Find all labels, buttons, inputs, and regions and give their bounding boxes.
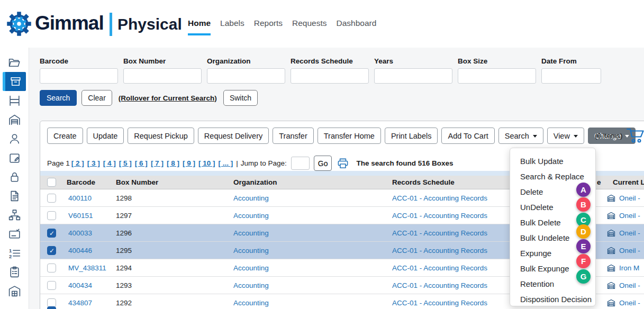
page-link-3[interactable]: [ 3 ] [87, 159, 100, 167]
request-pickup-button[interactable]: Request Pickup [128, 128, 194, 144]
sidebar-item-warehouse[interactable] [0, 281, 29, 301]
box-size-input[interactable] [458, 68, 536, 84]
page-link-9[interactable]: [ 9 ] [183, 159, 195, 167]
nav-dashboard[interactable]: Dashboard [337, 19, 377, 35]
column-barcode[interactable]: Barcode [67, 176, 95, 189]
create-button[interactable]: Create [47, 128, 83, 144]
organization-input[interactable] [207, 68, 285, 84]
switch-button[interactable]: Switch [223, 90, 258, 106]
rollover-current-search-link[interactable]: (Rollover for Current Search) [119, 94, 217, 102]
sidebar-item-boxes[interactable] [3, 72, 26, 91]
row-checkbox[interactable] [47, 229, 56, 238]
row-checkbox[interactable] [47, 211, 56, 220]
location-link[interactable]: Iron M [619, 259, 639, 277]
barcode-link[interactable]: 400110 [68, 189, 92, 207]
page-link-8[interactable]: [ 8 ] [167, 159, 179, 167]
location-link[interactable]: Oneil - [619, 189, 640, 207]
sidebar-item-requests[interactable] [0, 224, 29, 243]
nav-home[interactable]: Home [188, 19, 211, 35]
barcode-link[interactable]: 434807 [68, 294, 92, 309]
storage-unit-icon [607, 281, 615, 289]
organization-link[interactable]: Accounting [233, 277, 269, 294]
column-records-schedule[interactable]: Records Schedule [392, 176, 455, 189]
jump-to-page-input[interactable] [291, 157, 310, 170]
page-link-6[interactable]: [ 6 ] [135, 159, 148, 167]
go-button[interactable]: Go [314, 156, 332, 171]
view-dropdown-button[interactable]: View [547, 128, 584, 144]
box-number-input[interactable] [123, 68, 202, 84]
records-schedule-link[interactable]: ACC-01 - Accounting Records [392, 189, 487, 207]
records-schedule-link[interactable]: ACC-01 - Accounting Records [392, 224, 487, 242]
records-schedule-link[interactable]: ACC-01 - Accounting Records [392, 277, 487, 294]
organization-link[interactable]: Accounting [233, 259, 269, 277]
organization-link[interactable]: Accounting [233, 242, 269, 259]
row-checkbox[interactable] [47, 194, 56, 203]
select-all-checkbox[interactable] [47, 178, 56, 187]
page-link-4[interactable]: [ 4 ] [103, 159, 116, 167]
organization-link[interactable]: Accounting [233, 207, 269, 224]
organization-link[interactable]: Accounting [233, 294, 269, 309]
request-delivery-button[interactable]: Request Delivery [198, 128, 269, 144]
records-schedule-link[interactable]: ACC-01 - Accounting Records [392, 242, 487, 259]
print-labels-button[interactable]: Print Labels [385, 128, 438, 144]
menu-item-bulk-update[interactable]: Bulk Update [510, 153, 595, 169]
sidebar-item-folders[interactable] [0, 53, 29, 72]
update-button[interactable]: Update [87, 128, 124, 144]
sidebar-item-schedule[interactable] [0, 148, 29, 167]
page-link-5[interactable]: [ 5 ] [119, 159, 132, 167]
location-link[interactable]: Oneil - [619, 277, 640, 294]
barcode-link[interactable]: 400446 [68, 242, 92, 259]
row-checkbox[interactable] [47, 263, 56, 272]
records-schedule-link[interactable]: ACC-01 - Accounting Records [392, 259, 487, 277]
transfer-home-button[interactable]: Transfer Home [318, 128, 381, 144]
transfer-button[interactable]: Transfer [273, 128, 313, 144]
sidebar-item-security[interactable] [0, 167, 29, 186]
shopping-cart-icon[interactable] [626, 128, 644, 143]
page-link-more[interactable]: [ ... ] [218, 159, 233, 167]
date-from-input[interactable] [541, 68, 601, 84]
sidebar-item-storage[interactable] [0, 110, 29, 129]
nav-requests[interactable]: Requests [292, 19, 326, 35]
row-checkbox[interactable] [47, 281, 56, 290]
location-link[interactable]: Oneil - [619, 294, 640, 309]
sidebar-item-hierarchy[interactable] [0, 205, 29, 224]
column-current-location[interactable]: Current Lo [613, 176, 644, 189]
callout-badge-d: D [576, 224, 591, 239]
sidebar-item-reports[interactable] [0, 186, 29, 205]
records-schedule-link[interactable]: ACC-01 - Accounting Records [392, 294, 487, 309]
add-to-cart-button[interactable]: Add To Cart [441, 128, 494, 144]
barcode-link[interactable]: MV_438311 [68, 259, 106, 277]
row-checkbox[interactable] [47, 246, 56, 255]
column-box-number[interactable]: Box Number [116, 176, 158, 189]
search-dropdown-button[interactable]: Search [498, 128, 543, 144]
barcode-input[interactable] [40, 68, 118, 84]
records-schedule-link[interactable]: ACC-01 - Accounting Records [392, 207, 487, 224]
barcode-link[interactable]: V60151 [68, 207, 93, 224]
page-link-7[interactable]: [ 7 ] [151, 159, 164, 167]
page-link-10[interactable]: [ 10 ] [198, 159, 215, 167]
sidebar-item-shelves[interactable] [0, 91, 29, 110]
records-schedule-input[interactable] [291, 68, 369, 84]
partial-row-checkbox[interactable] [47, 306, 56, 309]
clear-button[interactable]: Clear [81, 90, 112, 106]
sidebar-item-users[interactable] [0, 129, 29, 148]
printer-icon[interactable] [337, 158, 349, 169]
nav-reports[interactable]: Reports [254, 19, 283, 35]
column-organization[interactable]: Organization [233, 176, 277, 189]
barcode-link[interactable]: 400033 [68, 224, 92, 242]
page-link-2[interactable]: [ 2 ] [71, 159, 84, 167]
menu-item-disposition-decision[interactable]: Disposition Decision [510, 292, 595, 307]
sidebar-item-numbering[interactable]: 12 [0, 243, 29, 262]
search-button[interactable]: Search [40, 90, 77, 106]
barcode-link[interactable]: 400434 [68, 277, 92, 294]
organization-link[interactable]: Accounting [233, 189, 269, 207]
location-link[interactable]: Oneil - [619, 207, 640, 224]
location-link[interactable]: Oneil - [619, 224, 640, 242]
organization-link[interactable]: Accounting [233, 224, 269, 242]
sidebar-item-tasks[interactable] [0, 262, 29, 281]
nav-labels[interactable]: Labels [220, 19, 244, 35]
menu-item-search-replace[interactable]: Search & Replace [510, 169, 595, 184]
box-number-cell: 1297 [116, 207, 132, 224]
location-link[interactable]: Oneil - [619, 242, 640, 259]
years-input[interactable] [374, 68, 452, 84]
